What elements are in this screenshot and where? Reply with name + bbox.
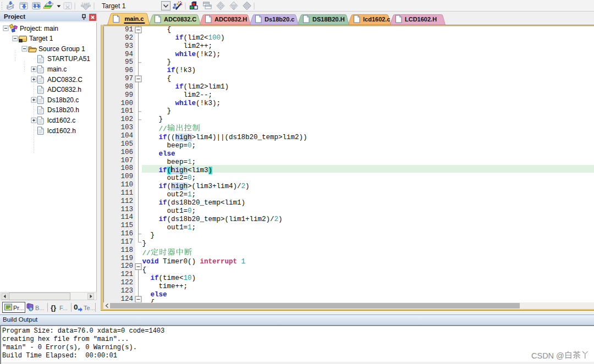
svg-text:ADC0832.h: ADC0832.h	[47, 86, 81, 93]
svg-text:Load: Load	[82, 2, 90, 5]
svg-text:DS18B20.H: DS18B20.H	[312, 15, 345, 22]
svg-text:Ds18b20.h: Ds18b20.h	[47, 106, 79, 114]
svg-text:ADC0832.H: ADC0832.H	[215, 15, 247, 22]
svg-text:Source Group 1: Source Group 1	[38, 45, 85, 53]
svg-text:STARTUP.A51: STARTUP.A51	[47, 55, 90, 63]
svg-text:lcd1602.c: lcd1602.c	[47, 117, 75, 124]
svg-text:Ds18b20.c: Ds18b20.c	[47, 96, 79, 104]
svg-text:?: ?	[30, 307, 32, 311]
svg-text:LCD1602.H: LCD1602.H	[405, 15, 437, 22]
svg-text:ADC0832.C: ADC0832.C	[164, 15, 196, 22]
svg-text:main.c: main.c	[125, 15, 144, 22]
svg-text:Project: main: Project: main	[20, 25, 58, 32]
svg-text:Ds18b20.c: Ds18b20.c	[265, 15, 294, 22]
svg-text:Target 1: Target 1	[29, 35, 53, 42]
svg-text:main.c: main.c	[47, 65, 67, 73]
svg-text:lcd1602.c: lcd1602.c	[363, 15, 391, 22]
svg-text:ADC0832.C: ADC0832.C	[47, 76, 82, 84]
svg-text:lcd1602.h: lcd1602.h	[47, 127, 76, 135]
